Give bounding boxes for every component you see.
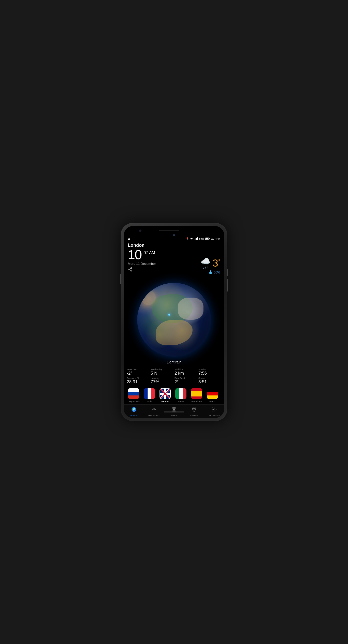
- globe-atmosphere: [137, 283, 211, 357]
- earpiece: [159, 230, 179, 231]
- svg-rect-6: [209, 238, 210, 239]
- svg-rect-7: [205, 238, 208, 239]
- nav-forecast[interactable]: FORECAST: [144, 405, 164, 418]
- status-bar-notifications: 🖼: [128, 237, 130, 240]
- nav-cities[interactable]: CITIES: [184, 405, 204, 418]
- status-bar: 🖼 📍 89%: [124, 236, 224, 242]
- city-label-rome: Rome: [178, 400, 184, 403]
- svg-point-8: [131, 268, 132, 269]
- wifi-icon: [190, 237, 194, 240]
- city-item-rome[interactable]: Rome: [174, 388, 188, 403]
- app-screen: 🖼 📍 89%: [124, 226, 224, 418]
- volume-down-button[interactable]: [227, 279, 228, 292]
- forecast-icon: [151, 407, 157, 413]
- humidity-stat-value: 77%: [151, 379, 173, 385]
- city-item-paris[interactable]: Paris: [143, 388, 156, 403]
- weather-cloud-icon: ☁️ / / /: [200, 256, 211, 270]
- phone-device: 🖼 📍 89%: [121, 223, 227, 421]
- svg-rect-4: [197, 237, 198, 240]
- earth-globe[interactable]: [137, 283, 211, 357]
- temperature-display: 3°: [213, 258, 220, 268]
- humidity-stat: Humidity 77%: [151, 377, 173, 385]
- flag-italy: [175, 388, 186, 399]
- sunrise-stat: Sunrise 7:56: [198, 368, 221, 376]
- nav-cities-label: CITIES: [191, 414, 198, 417]
- nav-maps-label: MAPS: [171, 414, 177, 417]
- home-icon: 🌍: [131, 407, 137, 413]
- pressure-label: Pressure ("): [127, 377, 150, 379]
- visibility-label: Visibility: [175, 368, 197, 371]
- nav-settings-label: SETTINGS: [209, 414, 220, 417]
- front-camera: [173, 234, 175, 236]
- phone-screen: 🖼 📍 89%: [124, 226, 224, 418]
- feels-like-value: -2°: [127, 371, 150, 376]
- svg-point-0: [192, 240, 192, 240]
- humidity-stat-label: Humidity: [151, 377, 173, 379]
- wind-value: 5 N: [151, 371, 173, 376]
- svg-line-12: [129, 268, 131, 269]
- volume-up-button[interactable]: [227, 269, 228, 276]
- svg-point-9: [128, 269, 130, 270]
- sunset-stat: Sunset 3:51: [198, 377, 221, 385]
- status-bar-right: 📍 89%: [186, 237, 220, 240]
- settings-icon: [211, 407, 217, 413]
- home-indicator: [164, 411, 184, 412]
- city-item-barcelona[interactable]: Barcelona: [190, 388, 203, 403]
- svg-text:🌍: 🌍: [132, 408, 136, 411]
- svg-point-23: [214, 409, 215, 410]
- time-hour: 10: [128, 248, 141, 261]
- sunset-value: 3:51: [198, 379, 221, 385]
- globe-container: Light rain: [124, 273, 224, 366]
- wind-stat: Wind (m/s) 5 N: [151, 368, 173, 376]
- flag-france: [144, 388, 155, 399]
- clock-time: 2:07 PM: [211, 237, 220, 240]
- svg-point-22: [194, 408, 195, 409]
- city-selector: * Ulyanovsk Paris London: [124, 387, 224, 404]
- city-label-berlin: Berlin: [209, 400, 215, 403]
- flag-germany: [207, 388, 218, 399]
- nav-forecast-label: FORECAST: [148, 414, 160, 417]
- nav-settings[interactable]: SETTINGS: [204, 405, 224, 418]
- power-button[interactable]: [120, 274, 121, 284]
- svg-line-11: [129, 270, 131, 270]
- visibility-value: 2 km: [175, 371, 197, 376]
- battery-icon: [205, 237, 210, 240]
- visibility-stat: Visibility 2 km: [175, 368, 197, 376]
- sunset-label: Sunset: [198, 377, 221, 379]
- city-item-london[interactable]: London: [158, 388, 172, 403]
- city-label-london: London: [161, 400, 169, 403]
- time-minute-ampm: :07 AM: [143, 251, 155, 255]
- svg-rect-1: [195, 239, 195, 240]
- bottom-nav: 🌍 HOME FORECAST: [124, 404, 224, 418]
- wind-label: Wind (m/s): [151, 368, 173, 371]
- battery-percent: 89%: [199, 237, 204, 240]
- dew-point-label: Dew Point: [175, 377, 197, 379]
- location-icon: 📍: [186, 237, 189, 240]
- city-label-ulyanovsk: * Ulyanovsk: [128, 400, 140, 403]
- flag-spain: [191, 388, 202, 399]
- svg-rect-2: [196, 238, 196, 240]
- dew-point-value: 2°: [175, 379, 197, 385]
- signal-icon: [195, 237, 198, 240]
- cloud-temp-row: ☁️ / / / 3°: [200, 256, 220, 270]
- cities-icon: [191, 407, 197, 413]
- city-label-paris: Paris: [147, 400, 152, 403]
- sunrise-label: Sunrise: [198, 368, 221, 371]
- feels-like-stat: Feels like -2°: [127, 368, 150, 376]
- svg-rect-3: [196, 238, 197, 240]
- nav-home-label: HOME: [131, 414, 137, 417]
- location-dot: [168, 314, 170, 316]
- nav-home[interactable]: 🌍 HOME: [124, 405, 144, 418]
- city-name: London: [128, 243, 220, 248]
- svg-point-10: [131, 270, 132, 271]
- city-item-berlin[interactable]: Berlin: [205, 388, 219, 403]
- camera-lens: [139, 229, 141, 232]
- feels-like-label: Feels like: [127, 368, 150, 371]
- city-item-ulyanovsk[interactable]: * Ulyanovsk: [127, 388, 140, 403]
- svg-point-21: [173, 409, 175, 410]
- weather-stats-grid: Feels like -2° Wind (m/s) 5 N Visibility…: [124, 366, 224, 387]
- flag-russia: [128, 388, 139, 399]
- pressure-stat: Pressure (") 28.91: [127, 377, 150, 385]
- weather-condition: Light rain: [167, 360, 181, 364]
- flag-uk: [160, 388, 171, 399]
